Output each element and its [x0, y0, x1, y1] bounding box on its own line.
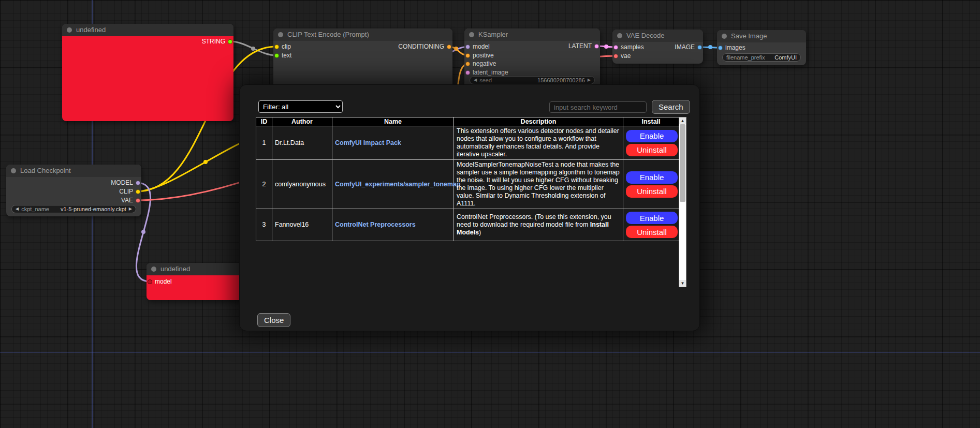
- node-title-bar[interactable]: undefined: [62, 24, 233, 36]
- widget-label: filename_prefix: [726, 54, 765, 61]
- node-title: CLIP Text Encode (Prompt): [287, 31, 369, 38]
- widget-value: ComfyUI: [774, 54, 797, 61]
- node-title-bar[interactable]: KSampler: [464, 28, 600, 41]
- extension-install-cell: Enable Uninstall: [623, 209, 679, 241]
- description-text: This extension offers various detector n…: [457, 127, 619, 158]
- node-title: undefined: [160, 265, 190, 273]
- output-dot-latent[interactable]: [594, 44, 599, 49]
- input-dot-model[interactable]: [465, 45, 470, 49]
- header-name: Name: [332, 117, 454, 126]
- node-title-bar[interactable]: VAE Decode: [612, 29, 703, 42]
- widget-filename-prefix[interactable]: filename_prefix ComfyUI: [722, 53, 801, 62]
- slot-label: STRING: [202, 38, 225, 45]
- extension-name-link[interactable]: ControlNet Preprocessors: [335, 221, 416, 228]
- node-title-bar[interactable]: Save Image: [717, 30, 806, 42]
- extension-name-cell: ControlNet Preprocessors: [332, 209, 454, 241]
- scroll-up-icon[interactable]: ▲: [679, 117, 686, 124]
- input-dot-samples[interactable]: [613, 45, 618, 50]
- description-text: ControlNet Preprocessors. (To use this e…: [457, 213, 611, 228]
- output-slot-model: MODEL: [111, 179, 140, 186]
- scroll-down-icon[interactable]: ▼: [679, 280, 686, 287]
- extension-install-cell: Enable Uninstall: [623, 126, 679, 160]
- input-slot-text: text: [274, 52, 291, 59]
- uninstall-button[interactable]: Uninstall: [626, 144, 678, 156]
- input-dot-latent-image[interactable]: [465, 70, 470, 75]
- node-undefined-top[interactable]: undefined STRING: [62, 24, 233, 121]
- input-dot-positive[interactable]: [465, 53, 470, 58]
- output-dot-conditioning[interactable]: [447, 45, 451, 49]
- input-dot-model[interactable]: [148, 279, 152, 284]
- increment-icon[interactable]: ▶: [129, 205, 132, 213]
- decrement-icon[interactable]: ◀: [474, 76, 477, 84]
- extension-name-cell: ComfyUI Impact Pack: [332, 126, 454, 160]
- filter-select[interactable]: Filter: all: [258, 100, 343, 113]
- input-slot-model: model: [148, 278, 172, 285]
- wire-midpoint-dot: [251, 47, 255, 51]
- decrement-icon[interactable]: ◀: [16, 205, 19, 213]
- node-title-bar[interactable]: undefined: [147, 263, 243, 275]
- node-collapse-dot[interactable]: [67, 27, 72, 33]
- input-dot-vae[interactable]: [613, 54, 618, 58]
- widget-seed[interactable]: ◀ seed 156680208700286 ▶: [470, 76, 595, 84]
- widget-ckpt-name[interactable]: ◀ ckpt_name v1-5-pruned-emaonly.ckpt ▶: [11, 205, 136, 213]
- slot-label: text: [282, 52, 291, 59]
- increment-icon[interactable]: ▶: [588, 76, 591, 84]
- extension-name-link[interactable]: ComfyUI_experiments/sampler_tonemap: [335, 181, 460, 188]
- table-row: 3 Fannovel16 ControlNet Preprocessors Co…: [256, 209, 679, 241]
- custom-nodes-manager-dialog: Filter: all Search ID Author Name Descri…: [239, 84, 700, 331]
- extension-name-link[interactable]: ComfyUI Impact Pack: [335, 139, 401, 146]
- close-button[interactable]: Close: [257, 313, 290, 327]
- slot-label: positive: [473, 52, 494, 59]
- enable-button[interactable]: Enable: [626, 212, 678, 224]
- node-collapse-dot[interactable]: [722, 34, 727, 39]
- slot-label: images: [725, 44, 745, 51]
- input-dot-clip[interactable]: [274, 45, 279, 49]
- input-dot-images[interactable]: [718, 46, 723, 50]
- comfyui-canvas[interactable]: undefined STRING CLIP Text Encode (Promp…: [0, 0, 980, 428]
- node-save-image[interactable]: Save Image images filename_prefix ComfyU…: [717, 30, 806, 65]
- input-slot-latent-image: latent_image: [465, 69, 508, 76]
- scrollbar-thumb[interactable]: [680, 124, 685, 202]
- slot-label: MODEL: [111, 179, 133, 186]
- node-collapse-dot[interactable]: [278, 32, 283, 37]
- extension-description: ControlNet Preprocessors. (To use this e…: [454, 209, 623, 241]
- node-vae-decode[interactable]: VAE Decode samples vae IMAGE: [612, 29, 703, 64]
- output-dot-vae[interactable]: [136, 198, 140, 203]
- slot-label: vae: [621, 52, 631, 60]
- node-title-bar[interactable]: Load Checkpoint: [6, 165, 141, 177]
- slot-label: LATENT: [568, 42, 592, 50]
- node-title: Save Image: [731, 32, 767, 40]
- output-dot-image[interactable]: [697, 45, 702, 50]
- node-title-bar[interactable]: CLIP Text Encode (Prompt): [273, 28, 452, 41]
- scrollbar[interactable]: ▲ ▼: [679, 117, 686, 287]
- extensions-table: ID Author Name Description Install 1 Dr.…: [256, 117, 679, 241]
- wire-midpoint-dot: [708, 45, 712, 49]
- widget-label: ckpt_name: [21, 206, 49, 212]
- widget-label: seed: [479, 77, 492, 83]
- node-load-checkpoint[interactable]: Load Checkpoint MODEL CLIP VAE ◀ ckpt_na…: [6, 165, 141, 216]
- input-slot-positive: positive: [465, 52, 494, 59]
- output-dot-string[interactable]: [228, 39, 232, 44]
- search-input[interactable]: [549, 101, 647, 113]
- node-collapse-dot[interactable]: [11, 168, 16, 173]
- output-slot-conditioning: CONDITIONING: [398, 43, 451, 50]
- output-slot-string: STRING: [202, 38, 232, 45]
- enable-button[interactable]: Enable: [626, 130, 678, 142]
- node-collapse-dot[interactable]: [151, 267, 156, 272]
- node-undefined-bottom[interactable]: undefined model: [147, 263, 243, 300]
- input-dot-negative[interactable]: [465, 62, 470, 66]
- input-slot-model: model: [465, 43, 490, 50]
- output-dot-model[interactable]: [136, 181, 140, 185]
- uninstall-button[interactable]: Uninstall: [626, 185, 678, 198]
- header-author: Author: [272, 117, 332, 126]
- uninstall-button[interactable]: Uninstall: [626, 226, 678, 238]
- node-collapse-dot[interactable]: [469, 32, 474, 37]
- node-collapse-dot[interactable]: [617, 33, 622, 38]
- search-button[interactable]: Search: [652, 100, 690, 114]
- description-text: ): [479, 229, 481, 236]
- input-dot-text[interactable]: [274, 53, 279, 58]
- enable-button[interactable]: Enable: [626, 171, 678, 184]
- header-install: Install: [623, 117, 679, 126]
- extension-id: 3: [256, 209, 272, 241]
- output-dot-clip[interactable]: [136, 189, 140, 194]
